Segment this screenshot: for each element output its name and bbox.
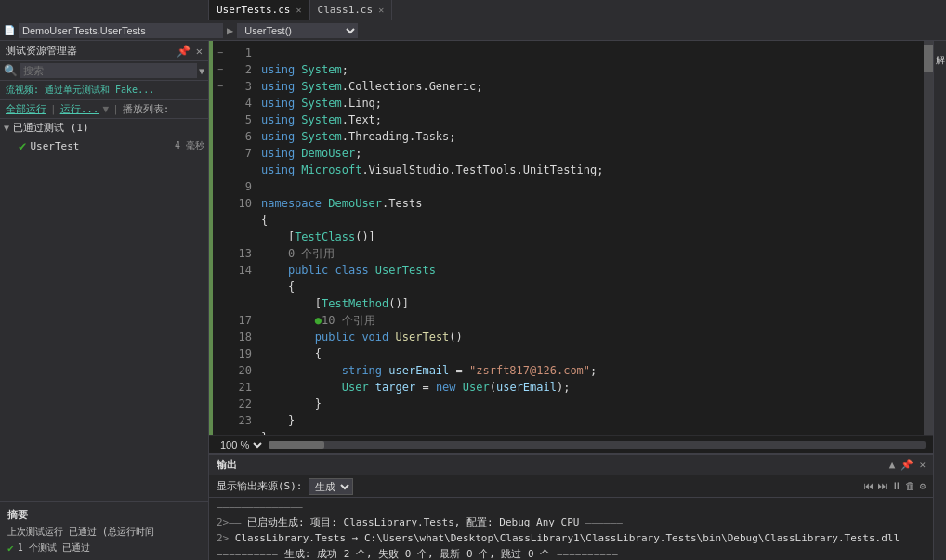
summary-text: 上次测试运行 已通过 (总运行时间 <box>7 525 201 539</box>
output-up-icon[interactable]: ▲ <box>889 459 896 471</box>
output-line2: 2> ClassLibrary.Tests → C:\Users\what\De… <box>217 531 926 546</box>
summary-panel: 摘要 上次测试运行 已通过 (总运行时间 ✔ 1 个测试 已通过 <box>0 501 208 560</box>
tab-usertests-label: UserTests.cs <box>217 4 290 16</box>
sidebar-controls: 📌 ✕ <box>177 45 203 58</box>
code-editor: − − − <box>209 41 933 435</box>
test-pass-icon: ✔ <box>19 138 26 153</box>
sidebar-panel-header <box>0 0 209 20</box>
zoom-bar: 100 % <box>209 435 933 453</box>
summary-result: ✔ 1 个测试 已通过 <box>7 541 201 554</box>
sidebar-pin-icon[interactable]: 📌 <box>177 45 191 58</box>
summary-title: 摘要 <box>7 508 201 522</box>
toolbar-separator2: ▼ <box>103 103 110 115</box>
output-icon2[interactable]: ⏭ <box>877 480 887 492</box>
passed-section-label: 已通过测试 (1) <box>13 121 89 135</box>
output-line1: 2>—— 已启动生成: 项目: ClassLibrary.Tests, 配置: … <box>217 515 926 530</box>
search-bar: 🔍 ▼ <box>0 61 208 81</box>
location-icon: 📄 <box>4 25 15 35</box>
test-item-usertest[interactable]: ✔ UserTest 4 毫秒 <box>0 137 208 155</box>
horizontal-scrollbar-thumb[interactable] <box>269 441 324 449</box>
playlist-label: 播放列表: <box>123 102 170 116</box>
section-collapse-icon: ▼ <box>4 123 9 133</box>
video-link-text[interactable]: 流视频: 通过单元测试和 Fake... <box>6 85 154 95</box>
right-panel: 解 <box>933 41 946 560</box>
tab-usertests[interactable]: UserTests.cs ✕ <box>209 0 310 20</box>
output-title: 输出 <box>217 458 237 472</box>
output-content: —————————————— 2>—— 已启动生成: 项目: ClassLibr… <box>209 498 933 560</box>
output-header: 输出 ▲ 📌 ✕ <box>209 455 933 475</box>
code-gutter: − − − <box>213 41 228 435</box>
output-icon5[interactable]: ⚙ <box>919 480 926 492</box>
sidebar-header: 测试资源管理器 📌 ✕ <box>0 41 208 61</box>
output-icon4[interactable]: 🗑 <box>905 480 915 492</box>
output-line3: ========== 生成: 成功 2 个, 失败 0 个, 最新 0 个, 跳… <box>217 547 926 560</box>
toolbar-separator1: | <box>50 103 57 115</box>
zoom-select[interactable]: 100 % <box>217 438 265 451</box>
test-item-name: UserTest <box>30 140 171 152</box>
sidebar-toolbar: 全部运行 | 运行... ▼ | 播放列表: <box>0 100 208 119</box>
location-method-select[interactable]: UserTest() <box>237 23 358 38</box>
run-button[interactable]: 运行... <box>60 102 99 116</box>
output-icon3[interactable]: ⏸ <box>891 480 901 492</box>
search-dropdown-icon[interactable]: ▼ <box>199 66 204 76</box>
location-separator: ▶ <box>227 24 233 37</box>
editor-output-area: − − − <box>209 41 933 560</box>
output-source-label: 显示输出来源(S): <box>217 479 303 493</box>
search-icon: 🔍 <box>4 64 18 77</box>
output-source-row: 显示输出来源(S): 生成 ⏮ ⏭ ⏸ 🗑 ⚙ <box>209 475 933 498</box>
location-path-input[interactable] <box>19 23 223 38</box>
summary-result-text: 1 个测试 已通过 <box>18 541 90 554</box>
tab-usertests-close[interactable]: ✕ <box>296 5 301 15</box>
test-tree: ▼ 已通过测试 (1) ✔ UserTest 4 毫秒 <box>0 119 208 501</box>
tab-class1-label: Class1.cs <box>318 4 374 16</box>
output-action-icons: ⏮ ⏭ ⏸ 🗑 ⚙ <box>863 480 926 492</box>
output-divider1: —————————————— <box>217 500 926 514</box>
sidebar-close-icon[interactable]: ✕ <box>196 45 203 58</box>
search-input[interactable] <box>20 63 197 78</box>
output-panel: 输出 ▲ 📌 ✕ 显示输出来源(S): 生成 ⏮ ⏭ <box>209 453 933 560</box>
tab-class1[interactable]: Class1.cs ✕ <box>310 0 393 20</box>
output-close-icon[interactable]: ✕ <box>919 459 926 471</box>
line-numbers: 1 2 3 4 5 6 7 9 10 13 14 17 <box>228 41 254 435</box>
right-panel-label[interactable]: 解 <box>934 45 947 52</box>
sidebar-title: 测试资源管理器 <box>6 44 77 58</box>
output-header-icons: ▲ 📌 ✕ <box>889 459 926 471</box>
output-source-select[interactable]: 生成 <box>309 478 353 495</box>
summary-pass-icon: ✔ <box>7 542 14 554</box>
passed-section-header[interactable]: ▼ 已通过测试 (1) <box>0 119 208 137</box>
vertical-scrollbar[interactable] <box>924 41 933 435</box>
test-item-time: 4 毫秒 <box>175 139 204 152</box>
video-link[interactable]: 流视频: 通过单元测试和 Fake... <box>0 81 208 100</box>
output-pin-icon[interactable]: 📌 <box>900 459 913 471</box>
tab-class1-close[interactable]: ✕ <box>378 5 384 15</box>
output-icon1[interactable]: ⏮ <box>863 480 874 492</box>
scrollbar-thumb[interactable] <box>924 45 933 72</box>
code-view[interactable]: using System; using System.Collections.G… <box>254 41 924 435</box>
horizontal-scrollbar[interactable] <box>269 441 926 449</box>
toolbar-separator3: | <box>112 103 119 115</box>
run-all-button[interactable]: 全部运行 <box>6 102 46 116</box>
sidebar: 测试资源管理器 📌 ✕ 🔍 ▼ 流视频: 通过单元测试和 Fake... 全部运… <box>0 41 209 560</box>
